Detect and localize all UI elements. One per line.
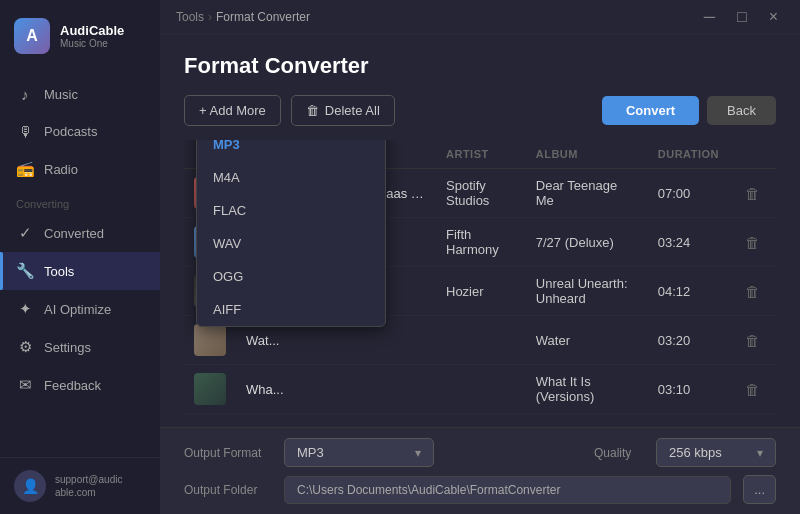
track-duration-cell: 03:24 (648, 218, 729, 267)
sidebar-item-feedback[interactable]: ✉ Feedback (0, 366, 160, 404)
delete-track-button[interactable]: 🗑 (739, 182, 766, 205)
sidebar-item-ai-optimize[interactable]: ✦ AI Optimize (0, 290, 160, 328)
col-artist: ARTIST (436, 140, 526, 169)
quality-select-value: 256 kbps (669, 445, 722, 460)
delete-all-label: Delete All (325, 103, 380, 118)
track-artist-cell: Hozier (436, 267, 526, 316)
format-option[interactable]: AIFF (197, 293, 385, 326)
back-button[interactable]: Back (707, 96, 776, 125)
table-row: Wha... What It Is (Versions) 03:10 🗑 (184, 365, 776, 414)
track-artist-cell: Fifth Harmony (436, 218, 526, 267)
format-option[interactable]: MP3 (197, 140, 385, 161)
sidebar-item-tools[interactable]: 🔧 Tools (0, 252, 160, 290)
sidebar-label-converted: Converted (44, 226, 104, 241)
folder-row: Output Folder C:\Users Documents\AudiCab… (184, 475, 776, 504)
format-dropdown[interactable]: MP3M4AFLACWAVOGGAIFF (196, 140, 386, 327)
add-more-label: + Add More (199, 103, 266, 118)
output-format-label: Output Format (184, 446, 272, 460)
track-title: Wha... (246, 382, 426, 397)
format-select-chevron (415, 445, 421, 460)
track-delete-cell: 🗑 (729, 267, 776, 316)
delete-track-button[interactable]: 🗑 (739, 231, 766, 254)
output-format-select[interactable]: MP3 (284, 438, 434, 467)
converted-icon: ✓ (16, 224, 34, 242)
quality-select[interactable]: 256 kbps (656, 438, 776, 467)
user-email: support@audicable.com (55, 473, 122, 499)
track-artist-cell (436, 365, 526, 414)
sidebar-bottom: 👤 support@audicable.com (0, 457, 160, 514)
content-area: Format Converter + Add More 🗑 Delete All… (160, 35, 800, 427)
titlebar: Tools › Format Converter ─ □ × (160, 0, 800, 35)
quality-label: Quality (594, 446, 644, 460)
track-table-container: TITLE ARTIST ALBUM DURATION Take a Chill… (184, 140, 776, 427)
app-subtitle: Music One (60, 38, 124, 49)
delete-all-button[interactable]: 🗑 Delete All (291, 95, 395, 126)
ai-optimize-icon: ✦ (16, 300, 34, 318)
user-info[interactable]: 👤 support@audicable.com (14, 470, 146, 502)
folder-browse-button[interactable]: ... (743, 475, 776, 504)
main-content: Tools › Format Converter ─ □ × Format Co… (160, 0, 800, 514)
delete-track-button[interactable]: 🗑 (739, 329, 766, 352)
sidebar-nav: ♪ Music 🎙 Podcasts 📻 Radio Converting ✓ … (0, 72, 160, 457)
delete-track-button[interactable]: 🗑 (739, 280, 766, 303)
converting-section-label: Converting (0, 188, 160, 214)
page-title: Format Converter (184, 53, 776, 79)
delete-track-button[interactable]: 🗑 (739, 378, 766, 401)
logo-char: A (26, 27, 38, 45)
track-delete-cell: 🗑 (729, 365, 776, 414)
breadcrumb-parent: Tools (176, 10, 204, 24)
sidebar-item-settings[interactable]: ⚙ Settings (0, 328, 160, 366)
track-album-cell: Unreal Unearth: Unheard (526, 267, 648, 316)
track-title-cell: Wha... (236, 365, 436, 414)
delete-icon: 🗑 (306, 103, 319, 118)
format-option[interactable]: FLAC (197, 194, 385, 227)
toolbar-left: + Add More 🗑 Delete All (184, 95, 395, 126)
format-option[interactable]: WAV (197, 227, 385, 260)
col-actions (729, 140, 776, 169)
window-controls: ─ □ × (698, 6, 784, 28)
track-artist-cell: Spotify Studios (436, 169, 526, 218)
format-option[interactable]: OGG (197, 260, 385, 293)
app-name: AudiCable (60, 23, 124, 38)
feedback-icon: ✉ (16, 376, 34, 394)
track-album-cell: Dear Teenage Me (526, 169, 648, 218)
track-delete-cell: 🗑 (729, 218, 776, 267)
track-duration-cell: 07:00 (648, 169, 729, 218)
sidebar-label-feedback: Feedback (44, 378, 101, 393)
music-icon: ♪ (16, 86, 34, 103)
convert-button[interactable]: Convert (602, 96, 699, 125)
sidebar-label-radio: Radio (44, 162, 78, 177)
track-album-cell: What It Is (Versions) (526, 365, 648, 414)
breadcrumb-separator: › (208, 10, 212, 24)
sidebar-label-tools: Tools (44, 264, 74, 279)
sidebar: A AudiCable Music One ♪ Music 🎙 Podcasts… (0, 0, 160, 514)
track-album-cell: 7/27 (Deluxe) (526, 218, 648, 267)
sidebar-item-radio[interactable]: 📻 Radio (0, 150, 160, 188)
track-thumb-cell (184, 365, 236, 414)
col-album: ALBUM (526, 140, 648, 169)
col-duration: DURATION (648, 140, 729, 169)
add-more-button[interactable]: + Add More (184, 95, 281, 126)
sidebar-label-music: Music (44, 87, 78, 102)
minimize-button[interactable]: ─ (698, 6, 721, 28)
track-artist-cell (436, 316, 526, 365)
output-folder-label: Output Folder (184, 483, 272, 497)
app-logo: A AudiCable Music One (0, 0, 160, 72)
quality-select-chevron (757, 445, 763, 460)
maximize-button[interactable]: □ (731, 6, 753, 28)
settings-icon: ⚙ (16, 338, 34, 356)
format-row: Output Format MP3 Quality 256 kbps (184, 438, 776, 467)
folder-path: C:\Users Documents\AudiCable\FormatConve… (284, 476, 731, 504)
sidebar-item-music[interactable]: ♪ Music (0, 76, 160, 113)
track-title: Wat... (246, 333, 426, 348)
close-button[interactable]: × (763, 6, 784, 28)
radio-icon: 📻 (16, 160, 34, 178)
sidebar-item-podcasts[interactable]: 🎙 Podcasts (0, 113, 160, 150)
track-duration-cell: 03:10 (648, 365, 729, 414)
sidebar-item-converted[interactable]: ✓ Converted (0, 214, 160, 252)
sidebar-label-podcasts: Podcasts (44, 124, 97, 139)
track-album-cell: Water (526, 316, 648, 365)
breadcrumb: Tools › Format Converter (176, 10, 310, 24)
sidebar-label-ai-optimize: AI Optimize (44, 302, 111, 317)
format-option[interactable]: M4A (197, 161, 385, 194)
